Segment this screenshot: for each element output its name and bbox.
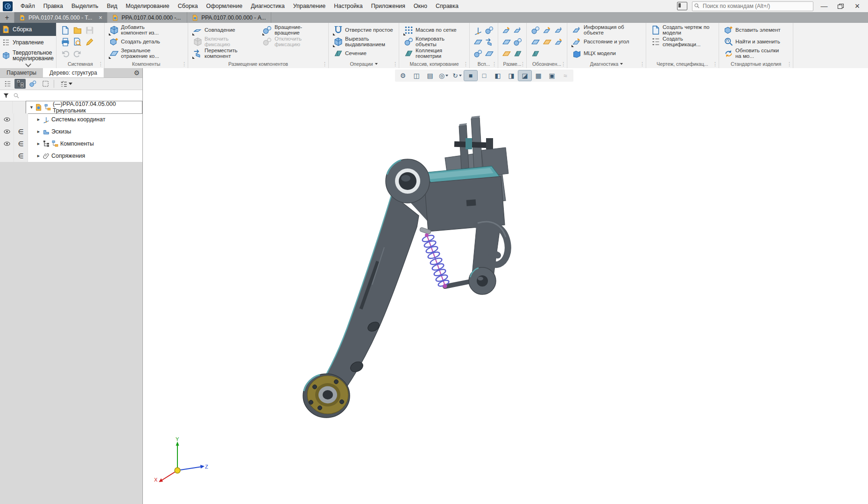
group-handle-icon[interactable]: ⋮ [98,61,103,67]
menu-modeling[interactable]: Моделирование [121,0,174,12]
move-component-button[interactable]: Переместить компонент [191,48,260,59]
menu-window[interactable]: Окно [409,0,431,12]
new-document-icon[interactable] [61,26,70,35]
report-button[interactable]: ▤ [423,70,437,81]
menu-assembly[interactable]: Сборка [174,0,202,12]
menu-diagnostics[interactable]: Диагностика [247,0,289,12]
menu-help[interactable]: Справка [431,0,463,12]
notation-mark-icon[interactable] [543,37,552,47]
grid-array-button[interactable]: Массив по сетке [402,24,466,36]
filter-funnel-icon[interactable] [3,92,9,99]
group-more-icon[interactable] [620,63,623,65]
menu-select[interactable]: Выделить [67,0,103,12]
orientation-button[interactable]: ↻ [451,70,464,81]
menu-layout[interactable]: Оформление [202,0,247,12]
tab-close-icon[interactable]: × [99,14,103,21]
cut-extrude-button[interactable]: Вырезать выдавливанием [332,36,395,48]
disable-fixation-button[interactable]: Отключить фиксацию [261,36,325,48]
add-component-button[interactable]: Добавить компонент из... [107,24,171,36]
menu-file[interactable]: Файл [16,0,39,12]
aux-offset-plane-icon[interactable] [473,37,483,47]
enable-fixation-button[interactable]: Включить фиксацию [191,36,260,48]
size-linear-icon[interactable] [502,26,511,35]
doc-tab-active[interactable]: PPA.0107.04.05.000 - Т... × [14,12,107,23]
group-handle-icon[interactable]: ⋮ [492,61,497,67]
display-hidden-lines-button[interactable]: ◧ [491,70,504,81]
group-handle-icon[interactable]: ⋮ [182,61,187,67]
aux-point-icon[interactable] [473,49,483,58]
tree-row-root[interactable]: ▼ (—)PPA.0107.04.05.000 Треугольник [0,101,142,113]
open-icon[interactable] [73,26,82,35]
expander-closed-icon[interactable]: ► [36,117,41,122]
create-spec-button[interactable]: Создать спецификаци... [649,36,713,48]
geometry-collection-button[interactable]: Коллекция геометрии [402,48,466,59]
expander-open-icon[interactable]: ▼ [29,105,34,110]
tab-parameters[interactable]: Параметры [0,68,43,77]
notation-cylinder-icon[interactable] [531,26,540,35]
tree-composition-button[interactable] [27,79,38,89]
size-chain-icon[interactable] [513,49,522,58]
display-simplified-button[interactable]: ▣ [545,70,558,81]
size-angular-icon[interactable] [513,26,522,35]
notation-datum-icon[interactable] [543,26,552,35]
tab-tree-structure[interactable]: Дерево: структура [43,68,104,77]
save-icon[interactable] [85,26,94,35]
section-button[interactable]: Сечение [332,48,395,59]
insert-element-button[interactable]: Вставить элемент [722,24,785,36]
group-handle-icon[interactable]: ⋮ [520,61,525,67]
tree-selection-button[interactable] [40,79,51,89]
ribbon-collapse-button[interactable] [0,62,56,68]
mch-model-button[interactable]: МЦХ модели [570,48,634,59]
tree-view-structure-button[interactable] [14,79,26,89]
print-icon[interactable] [61,37,70,47]
window-layout-icon[interactable] [677,2,687,10]
group-handle-icon[interactable]: ⋮ [787,61,792,67]
gear-icon[interactable]: ⚙ [131,68,142,77]
menu-applications[interactable]: Приложения [367,0,409,12]
aux-plane-icon[interactable] [473,26,483,35]
create-drawing-button[interactable]: Создать чертеж по модели [649,24,713,36]
command-search-input[interactable] [692,1,813,11]
minimize-button[interactable]: — [818,0,830,12]
group-handle-icon[interactable]: ⋮ [640,61,645,67]
coincide-button[interactable]: Совпадение [191,24,260,36]
group-handle-icon[interactable]: ⋮ [561,61,566,67]
expander-closed-icon[interactable]: ► [36,141,41,146]
new-tab-button[interactable]: + [0,12,14,23]
menu-settings[interactable]: Настройка [330,0,367,12]
group-handle-icon[interactable]: ⋮ [713,61,718,67]
view-settings-button[interactable]: ⚙ [396,70,409,81]
effects-button[interactable]: ≈ [559,70,572,81]
visibility-cell[interactable] [0,101,13,113]
copy-objects-button[interactable]: Копировать объекты [402,36,466,48]
mode-management[interactable]: Управление [0,36,56,49]
group-handle-icon[interactable]: ⋮ [322,61,327,67]
zoom-button[interactable]: ◎ [437,70,450,81]
visibility-cell[interactable] [0,150,14,162]
doc-tab-2[interactable]: PPA.0107.04.00.000 -... [107,12,187,23]
create-part-button[interactable]: Создать деталь [107,36,171,48]
object-info-button[interactable]: Информация об объекте [570,24,634,36]
group-more-icon[interactable] [375,63,378,65]
tree-view-list-button[interactable] [2,79,13,89]
display-grid-button[interactable]: ▦ [532,70,545,81]
display-wireframe-button[interactable]: □ [478,70,491,81]
aux-curve-icon[interactable] [485,49,494,58]
visibility-cell[interactable] [0,113,14,126]
find-replace-button[interactable]: Найти и заменить [722,36,785,48]
preview-icon[interactable] [73,37,82,47]
mode-solid-modeling[interactable]: Твердотельное моделирование [0,49,56,62]
simple-hole-button[interactable]: Отверстие простое [332,24,395,36]
spec-cell[interactable] [13,101,25,113]
size-radial-icon[interactable] [502,37,511,47]
scene-params-button[interactable]: ◫ [410,70,423,81]
tree-filter-row[interactable] [0,90,142,101]
spec-cell[interactable]: ∈ [14,138,28,150]
display-shaded-button[interactable]: ■ [464,70,477,81]
spec-cell[interactable] [14,113,28,126]
size-diameter-icon[interactable] [513,37,522,47]
visibility-cell[interactable] [0,126,14,138]
notation-leader-icon[interactable] [554,26,564,35]
restore-button[interactable] [838,4,844,9]
aux-local-cs-icon[interactable] [485,37,494,47]
